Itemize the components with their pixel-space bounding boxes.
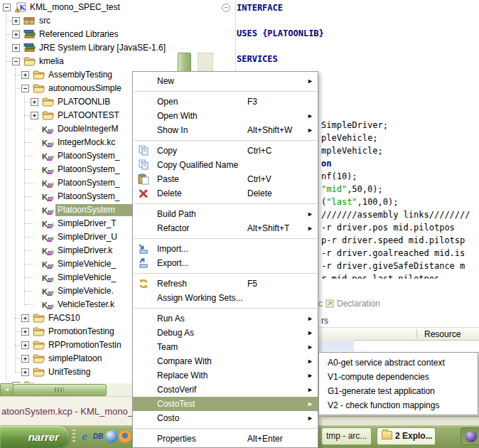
menu-item-label: Run As — [157, 314, 185, 324]
code-token: ,100,0); — [357, 197, 399, 207]
menu-item-replace-with[interactable]: Replace With► — [133, 368, 318, 383]
quick-launch-handle-icon[interactable] — [72, 430, 75, 444]
menu-item-compare-with[interactable]: Compare With► — [133, 354, 318, 368]
menu-item-label: Paste — [157, 174, 179, 184]
menu-item-label: New — [157, 76, 174, 86]
tree-item-label: SimpleVehicle. — [58, 286, 114, 296]
expand-icon[interactable]: + — [21, 328, 29, 336]
sphere-icon[interactable] — [105, 430, 118, 443]
code-line-fragment: on — [321, 159, 331, 169]
tree-item-label: simplePlatoon — [48, 353, 102, 363]
submenu-arrow-icon: ► — [307, 207, 313, 221]
menu-item-show-in[interactable]: Show InAlt+Shift+W► — [133, 123, 318, 137]
menu-item-label: Team — [157, 342, 178, 352]
eclipse-workbench-screenshot: −KKML_mono_SPEC_test+src+Referenced Libr… — [0, 0, 479, 448]
menu-item-costoverif[interactable]: CostoVerif► — [133, 383, 318, 397]
taskbar-button-eclipse[interactable] — [461, 427, 479, 445]
expand-icon[interactable]: + — [21, 368, 29, 376]
code-token: -r driver.giveSafeDistance m — [321, 261, 465, 271]
tree-connector — [24, 304, 33, 306]
menu-item-label: CostoTest — [157, 399, 195, 409]
menu-item-debug-as[interactable]: Debug As► — [133, 326, 318, 340]
menu-item-label: Debug As — [157, 328, 194, 338]
code-token: -r driver.goalreached mid.is — [321, 248, 465, 258]
submenu-item-g1-generate-test-application[interactable]: G1-generate test application — [319, 384, 478, 398]
expand-icon[interactable]: + — [21, 355, 29, 363]
code-token: ///////assembly links//////// — [321, 210, 470, 220]
menu-item-assign-working-sets[interactable]: Assign Working Sets... — [133, 291, 318, 305]
menu-item-label: Replace With — [157, 370, 208, 380]
code-token: r mid.pos last.pilotpos — [321, 274, 439, 279]
menu-item-label: Copy Qualified Name — [157, 160, 238, 170]
menu-item-shortcut: Delete — [247, 186, 272, 201]
code-line-fragment: p-r driver.speed mid.pilotsp — [321, 235, 465, 245]
menu-item-team[interactable]: Team► — [133, 340, 318, 354]
code-token: on — [321, 159, 331, 169]
menu-item-label: Import... — [157, 244, 188, 254]
submenu-arrow-icon: ► — [307, 383, 313, 397]
db-icon[interactable]: DB — [92, 430, 104, 443]
tree-item-label: FACS10 — [48, 313, 80, 323]
menu-separator — [134, 273, 317, 274]
tab-declaration[interactable]: Declaration — [325, 299, 380, 310]
menu-item-label: Build Path — [157, 209, 196, 219]
menu-item-copy[interactable]: CopyCtrl+C — [133, 144, 318, 158]
code-token: p-r driver.speed mid.pilotsp — [321, 235, 465, 245]
submenu-item-a0-get-service-abstract-context[interactable]: A0-get service abstract context — [319, 356, 478, 370]
menu-item-label: Refresh — [157, 279, 187, 289]
ie-icon[interactable]: e — [78, 430, 91, 443]
resource-column-header[interactable]: Resource — [424, 329, 461, 339]
submenu-arrow-icon: ► — [307, 354, 313, 368]
tree-connector — [24, 291, 33, 292]
submenu-item-v2-check-function-mappings[interactable]: V2 - check function mappings — [319, 398, 478, 412]
menu-item-run-as[interactable]: Run As► — [133, 311, 318, 326]
menu-item-label: Assign Working Sets... — [157, 293, 243, 303]
scroll-left-arrow-icon[interactable] — [0, 383, 14, 398]
submenu-arrow-icon: ► — [307, 368, 313, 383]
tab-c[interactable]: c — [318, 299, 323, 309]
code-line-fragment: "mid",50,0); — [321, 184, 383, 194]
menu-item-export[interactable]: Export... — [133, 256, 318, 270]
column-divider[interactable] — [416, 329, 417, 338]
scrollbar-thumb[interactable] — [13, 384, 107, 396]
menu-item-delete[interactable]: DeleteDelete — [133, 186, 318, 201]
menu-item-properties[interactable]: PropertiesAlt+Enter — [133, 432, 318, 446]
taskbar-button-2-explo[interactable]: 2 Explo... — [377, 427, 436, 445]
code-line-fragment: r mid.pos last.pilotpos — [321, 274, 439, 279]
submenu-arrow-icon: ► — [307, 221, 313, 235]
expand-icon[interactable]: + — [21, 314, 29, 322]
menu-item-refactor[interactable]: RefactorAlt+Shift+T► — [133, 221, 318, 235]
menu-item-new[interactable]: New► — [133, 74, 318, 88]
taskbar-button-tmp-arc[interactable]: tmp - arc... — [321, 427, 372, 445]
firefox-icon[interactable] — [119, 430, 131, 443]
copy-icon — [138, 159, 149, 171]
context-menu: New►OpenF3Open With►Show InAlt+Shift+W►C… — [132, 71, 318, 448]
problems-selected-cell[interactable] — [318, 340, 354, 351]
problems-table-header: Resource — [318, 327, 479, 341]
code-line-fragment: -r driver.goalreached mid.is — [321, 248, 465, 258]
menu-item-import[interactable]: Import... — [133, 242, 318, 256]
code-line-fragment: mpleVehicle; — [321, 146, 383, 156]
start-button[interactable]: narrer — [0, 426, 69, 447]
menu-item-label: Export... — [157, 258, 189, 268]
menu-item-label: Compare With — [157, 356, 212, 366]
menu-item-open[interactable]: OpenF3 — [133, 95, 318, 109]
menu-item-label: Open — [157, 97, 178, 107]
menu-item-costo[interactable]: Costo► — [133, 411, 318, 425]
menu-item-open-with[interactable]: Open With► — [133, 109, 318, 123]
tree-horizontal-scrollbar[interactable] — [0, 383, 132, 396]
menu-item-refresh[interactable]: RefreshF5 — [133, 277, 318, 291]
menu-item-copy-qualified-name[interactable]: Copy Qualified Name — [133, 158, 318, 172]
submenu-arrow-icon: ► — [307, 340, 313, 354]
menu-item-build-path[interactable]: Build Path► — [133, 207, 318, 221]
menu-item-shortcut: F5 — [247, 277, 257, 291]
copy-icon — [138, 145, 149, 156]
menu-item-label: Copy — [157, 146, 177, 156]
menu-item-costotest[interactable]: CostoTest► — [133, 397, 318, 411]
submenu-item-v1-compute-dependencies[interactable]: V1-compute dependencies — [319, 370, 478, 384]
menu-item-shortcut: Ctrl+C — [247, 144, 271, 158]
expand-icon[interactable]: + — [21, 341, 29, 349]
menu-item-paste[interactable]: PasteCtrl+V — [133, 172, 318, 186]
menu-separator — [134, 238, 317, 239]
eclipse-icon — [465, 431, 477, 442]
